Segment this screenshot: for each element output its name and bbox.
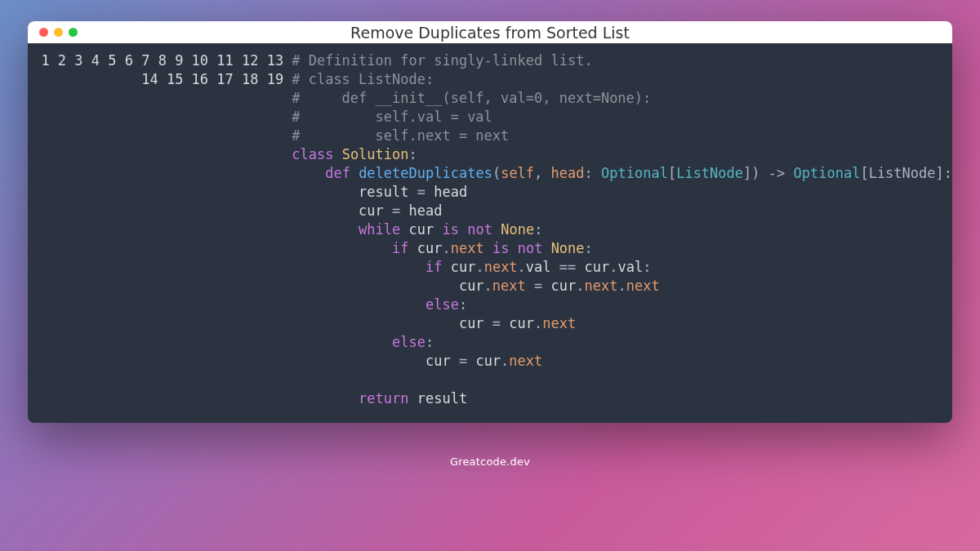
code-content[interactable]: # Definition for singly-linked list.# cl… <box>292 51 952 408</box>
minimize-icon[interactable] <box>54 28 63 37</box>
code-line[interactable]: if cur.next.val == cur.val: <box>292 258 952 277</box>
close-icon[interactable] <box>39 28 48 37</box>
code-line[interactable]: return result <box>292 389 952 408</box>
code-line[interactable]: # def __init__(self, val=0, next=None): <box>292 89 952 108</box>
code-line[interactable]: result = head <box>292 183 952 202</box>
code-area: 1 2 3 4 5 6 7 8 9 10 11 12 13 14 15 16 1… <box>28 43 952 423</box>
code-line[interactable]: def deleteDuplicates(self, head: Optiona… <box>292 164 952 183</box>
code-line[interactable]: # Definition for singly-linked list. <box>292 51 952 70</box>
code-line[interactable]: cur.next = cur.next.next <box>292 277 952 295</box>
code-line[interactable]: # class ListNode: <box>292 70 952 89</box>
code-line[interactable]: class Solution: <box>292 145 952 164</box>
footer-attribution: Greatcode.dev <box>450 455 530 468</box>
code-line[interactable]: else: <box>292 295 952 314</box>
maximize-icon[interactable] <box>69 28 78 37</box>
window-title: Remove Duplicates from Sorted List <box>350 24 630 42</box>
code-line[interactable]: # self.val = val <box>292 108 952 127</box>
code-line[interactable]: if cur.next is not None: <box>292 239 952 258</box>
code-line[interactable]: else: <box>292 333 952 352</box>
titlebar: Remove Duplicates from Sorted List <box>28 21 952 43</box>
code-line[interactable]: cur = cur.next <box>292 314 952 333</box>
traffic-lights <box>39 28 78 37</box>
code-line[interactable]: cur = cur.next <box>292 352 952 371</box>
code-line[interactable]: # self.next = next <box>292 127 952 145</box>
code-line[interactable]: while cur is not None: <box>292 220 952 239</box>
editor-window: Remove Duplicates from Sorted List 1 2 3… <box>28 21 952 423</box>
line-number-gutter: 1 2 3 4 5 6 7 8 9 10 11 12 13 14 15 16 1… <box>28 51 292 408</box>
code-line[interactable] <box>292 371 952 389</box>
code-line[interactable]: cur = head <box>292 202 952 220</box>
